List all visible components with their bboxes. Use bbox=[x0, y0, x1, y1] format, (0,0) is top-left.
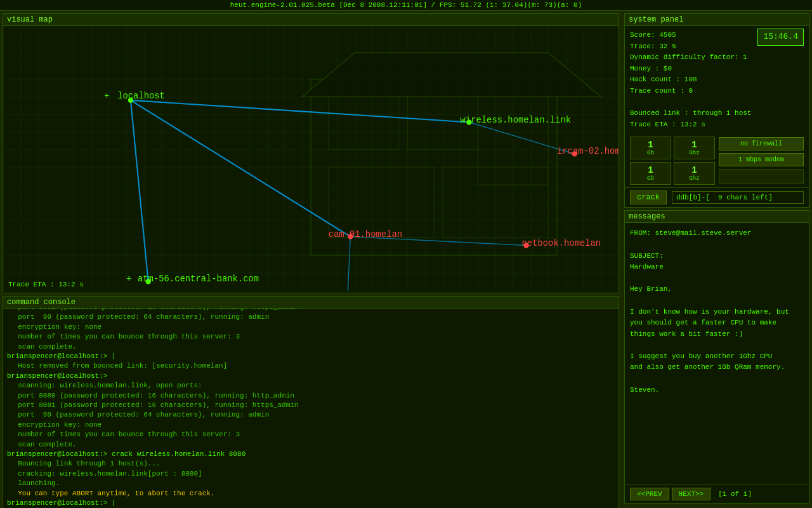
map-content[interactable]: + localhost wireless.homelan.link ircam-… bbox=[3, 26, 619, 291]
console-line: port 8081 (password protected: 16 charac… bbox=[7, 401, 615, 410]
crack-section[interactable]: crack bbox=[625, 187, 809, 207]
message-line bbox=[630, 373, 804, 385]
trace-eta-sys-value: : 13:2 s bbox=[672, 121, 705, 128]
svg-text:wireless.homelan.link: wireless.homelan.link bbox=[461, 115, 571, 125]
difficulty-value: 1 bbox=[743, 53, 747, 61]
console-line: port 99 (password protected: 64 characte… bbox=[7, 410, 615, 420]
next-message-button[interactable]: NEXT>> bbox=[672, 488, 711, 500]
score-value: 4505 bbox=[659, 31, 676, 39]
console-line: number of times you can bounce through t… bbox=[7, 430, 615, 439]
system-info: 15:46.4 Score: 4505 Trace: 32 % Dynamic … bbox=[625, 26, 809, 134]
trace-value: 32 % bbox=[659, 43, 676, 50]
svg-text:cam-01.homelan: cam-01.homelan bbox=[329, 229, 402, 239]
message-line: and also get another 1Gb QRam memory. bbox=[630, 362, 804, 373]
console-line: brianspencer@localhost:> | bbox=[7, 352, 615, 361]
crack-input[interactable] bbox=[672, 191, 804, 204]
message-text: Hey Brian, I don't know how is your hard… bbox=[630, 284, 804, 396]
message-from: FROM: steve@mail.steve.server bbox=[630, 228, 804, 239]
modem-button[interactable]: 1 mbps modem bbox=[719, 153, 804, 166]
console-line: scanning: wireless.homelan.link, open po… bbox=[7, 381, 615, 391]
messages-title: messages bbox=[625, 211, 809, 223]
svg-point-30 bbox=[348, 234, 353, 239]
hw-card-cpu1: 1 Ghz bbox=[674, 137, 715, 159]
svg-text:netbook.homelan: netbook.homelan bbox=[522, 238, 601, 248]
svg-text:ircam-02.homelan: ircam-02.homelan bbox=[557, 146, 619, 156]
console-line: encryption key: none bbox=[7, 420, 615, 430]
timer-display: 15:46.4 bbox=[757, 29, 804, 46]
system-panel-title: system panel bbox=[625, 14, 809, 26]
console-line: encryption key: none bbox=[7, 323, 615, 332]
console-line: Bouncing link through 1 host(s)... bbox=[7, 459, 615, 469]
message-line: you should get a faster CPU to make bbox=[630, 318, 804, 329]
message-subject: Hardware bbox=[630, 262, 804, 273]
console-line: brianspencer@localhost:> bbox=[7, 371, 615, 381]
money-label: Money : bbox=[630, 65, 659, 72]
message-line: I suggest you buy another 1Ghz CPU bbox=[630, 351, 804, 363]
hw-card-ram1: 1 Gb bbox=[630, 137, 671, 159]
svg-point-28 bbox=[466, 119, 471, 124]
console-line: launching. bbox=[7, 479, 615, 488]
message-line bbox=[630, 340, 804, 351]
top-status-bar: heut.engine-2.01.025.beta [Dec 8 2008.12… bbox=[0, 0, 812, 11]
console-line: Host removed from bounced link: [securit… bbox=[7, 361, 615, 371]
visual-map-panel: visual map bbox=[3, 13, 619, 293]
svg-point-31 bbox=[523, 243, 528, 248]
console-line: scan complete. bbox=[7, 342, 615, 352]
money-value: $0 bbox=[664, 65, 672, 72]
console-line: scan complete. bbox=[7, 440, 615, 450]
message-subject-label: SUBJECT: bbox=[630, 251, 804, 262]
svg-point-27 bbox=[128, 98, 133, 103]
svg-text:+: + bbox=[126, 274, 131, 284]
bounced-label: Bounced link : bbox=[630, 109, 688, 117]
console-line: number of times you can bounce through t… bbox=[7, 332, 615, 342]
hack-count-value: 108 bbox=[684, 76, 697, 83]
difficulty-label: Dynamic difficulty factor: bbox=[630, 53, 739, 61]
score-label: Score: bbox=[630, 31, 655, 39]
trace-count-label: Trace count : bbox=[630, 87, 684, 95]
console-line: port 8080 (password protected: 16 charac… bbox=[7, 391, 615, 401]
no-firewall-button[interactable]: no firewall bbox=[719, 137, 804, 150]
command-console-panel[interactable]: command console port 8080 (password prot… bbox=[3, 296, 619, 508]
visual-map-title: visual map bbox=[3, 14, 619, 26]
hw-card-cpu2: 1 Ghz bbox=[674, 162, 715, 185]
svg-point-29 bbox=[572, 151, 577, 156]
message-line: things work a bit faster :) bbox=[630, 329, 804, 340]
hack-count-label: Hack count : bbox=[630, 76, 680, 83]
page-indicator: [1 of 1] bbox=[718, 490, 752, 498]
console-line: port 99 (password protected: 64 characte… bbox=[7, 312, 615, 322]
console-line: cracking: wireless.homelan.link[port : 8… bbox=[7, 469, 615, 479]
messages-panel: messages FROM: steve@mail.steve.server S… bbox=[624, 210, 809, 504]
svg-point-32 bbox=[145, 279, 150, 284]
crack-button[interactable]: crack bbox=[630, 190, 667, 204]
message-line bbox=[630, 295, 804, 307]
svg-text:localhost: localhost bbox=[117, 91, 165, 101]
message-line: Hey Brian, bbox=[630, 284, 804, 295]
bounced-value: through 1 host bbox=[693, 109, 751, 117]
system-panel: system panel 15:46.4 Score: 4505 Trace: … bbox=[624, 13, 809, 208]
console-output[interactable]: port 8080 (password protected: 16 charac… bbox=[3, 309, 619, 508]
trace-label: Trace: bbox=[630, 43, 655, 50]
console-line: port 8081 (password protected: 16 charac… bbox=[7, 309, 615, 313]
trace-eta: Trace ETA : 13:2 s bbox=[8, 281, 84, 288]
console-line: brianspencer@localhost:> | bbox=[7, 498, 615, 508]
svg-text:atm-56.central-bank.com: atm-56.central-bank.com bbox=[138, 274, 259, 284]
engine-status: heut.engine-2.01.025.beta [Dec 8 2008.12… bbox=[230, 1, 582, 9]
svg-text:+: + bbox=[104, 91, 109, 101]
console-line: brianspencer@localhost:> crack wireless.… bbox=[7, 450, 615, 459]
message-line: I don't know how is your hardware, but bbox=[630, 307, 804, 318]
command-console-title: command console bbox=[3, 297, 619, 309]
svg-marker-10 bbox=[302, 53, 601, 97]
hw-card-ram2: 1 Gb bbox=[630, 162, 671, 185]
trace-count-value: 0 bbox=[688, 87, 693, 95]
message-line: Steven. bbox=[630, 385, 804, 396]
console-line: You can type ABORT anytime, to abort the… bbox=[7, 489, 615, 498]
prev-message-button[interactable]: <<PREV bbox=[630, 488, 669, 500]
trace-eta-sys-label: Trace ETA bbox=[630, 121, 667, 128]
message-navigation[interactable]: <<PREV NEXT>> [1 of 1] bbox=[625, 485, 809, 503]
message-body: FROM: steve@mail.steve.server SUBJECT: H… bbox=[625, 223, 809, 485]
